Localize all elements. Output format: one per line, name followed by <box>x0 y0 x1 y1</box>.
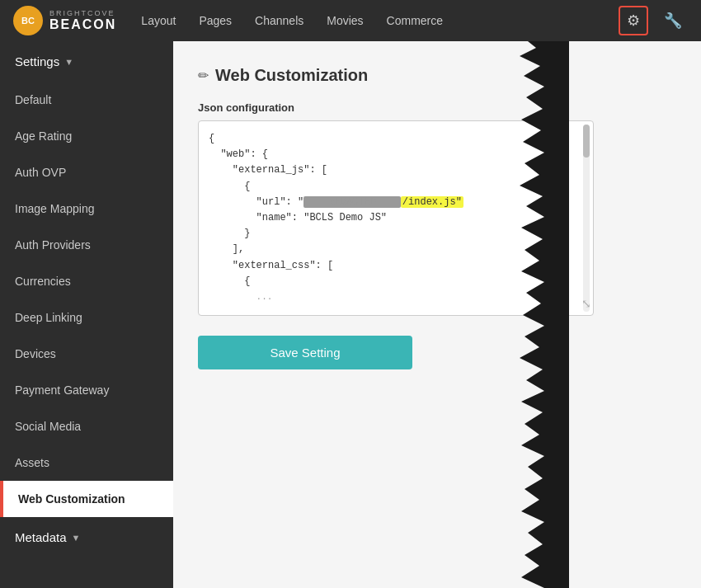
json-line-3: "external_js": [ <box>209 162 583 178</box>
url-redacted: REDACTED <box>303 196 401 208</box>
nav-actions: ⚙ 🔧 <box>619 6 688 35</box>
settings-arrow-icon: ▼ <box>64 57 73 67</box>
sidebar-metadata-header[interactable]: Metadata ▼ <box>0 517 173 557</box>
svg-text:BC: BC <box>21 16 35 26</box>
sidebar-item-currencies[interactable]: Currencies <box>0 263 173 299</box>
json-line-10: { <box>209 274 583 289</box>
sidebar-settings-header[interactable]: Settings ▼ <box>0 41 173 82</box>
sidebar-item-default[interactable]: Default <box>0 82 173 118</box>
sidebar-item-auth-providers[interactable]: Auth Providers <box>0 227 173 263</box>
sidebar-item-deep-linking[interactable]: Deep Linking <box>0 299 173 336</box>
logo-main: BEACON <box>49 17 116 31</box>
json-line-5: "url": "REDACTED/index.js" <box>209 195 583 210</box>
sidebar-item-payment-gateway[interactable]: Payment Gateway <box>0 372 173 408</box>
metadata-label: Metadata <box>15 530 67 544</box>
logo-icon: BC <box>13 6 43 35</box>
page-title: Web Customization <box>215 66 368 85</box>
app-body: Settings ▼ Default Age Rating Auth OVP I… <box>0 41 701 588</box>
nav-layout[interactable]: Layout <box>141 14 176 27</box>
nav-commerce[interactable]: Commerce <box>387 14 443 27</box>
edit-icon: ✏ <box>198 68 209 83</box>
sidebar-item-assets[interactable]: Assets <box>0 445 173 481</box>
top-nav: BC brightcove BEACON Layout Pages Channe… <box>0 0 701 41</box>
nav-movies[interactable]: Movies <box>327 14 363 27</box>
settings-label: Settings <box>15 54 59 68</box>
json-editor[interactable]: { "web": { "external_js": [ { "url": "RE… <box>198 120 594 316</box>
url-highlight: /index.js" <box>401 196 463 208</box>
json-config-label: Json configuration <box>198 101 676 114</box>
page-header: ✏ Web Customization <box>198 66 676 85</box>
save-setting-button[interactable]: Save Setting <box>198 336 412 369</box>
resize-handle-icon[interactable]: ⤡ <box>581 295 591 313</box>
json-line-4: { <box>209 179 583 195</box>
main-content: ✏ Web Customization Json configuration {… <box>173 41 701 588</box>
sidebar-item-auth-ovp[interactable]: Auth OVP <box>0 154 173 191</box>
sidebar-item-image-mapping[interactable]: Image Mapping <box>0 191 173 227</box>
nav-pages[interactable]: Pages <box>199 14 232 27</box>
metadata-arrow-icon: ▼ <box>72 533 81 543</box>
json-line-1: { <box>209 131 583 147</box>
scrollbar-thumb[interactable] <box>583 125 590 158</box>
nav-channels[interactable]: Channels <box>255 14 303 27</box>
sidebar: Settings ▼ Default Age Rating Auth OVP I… <box>0 41 173 588</box>
sidebar-item-age-rating[interactable]: Age Rating <box>0 118 173 154</box>
json-line-2: "web": { <box>209 147 583 162</box>
logo-area: BC brightcove BEACON <box>13 6 116 35</box>
scrollbar-track[interactable] <box>583 125 590 312</box>
nav-links: Layout Pages Channels Movies Commerce <box>141 14 619 27</box>
json-line-9: "external_css": [ <box>209 258 583 274</box>
sidebar-item-social-media[interactable]: Social Media <box>0 408 173 445</box>
json-line-6: "name": "BCLS Demo JS" <box>209 210 583 226</box>
json-line-8: ], <box>209 242 583 257</box>
json-more: ... <box>256 292 273 302</box>
logo-sub: brightcove <box>49 9 116 17</box>
wrench-button[interactable]: 🔧 <box>658 6 688 35</box>
json-line-7: } <box>209 226 583 242</box>
gear-button[interactable]: ⚙ <box>619 6 648 35</box>
logo-text-block: brightcove BEACON <box>49 9 116 32</box>
json-line-11: ... <box>209 289 583 305</box>
sidebar-item-devices[interactable]: Devices <box>0 336 173 372</box>
sidebar-item-web-customization[interactable]: Web Customization <box>0 481 173 517</box>
